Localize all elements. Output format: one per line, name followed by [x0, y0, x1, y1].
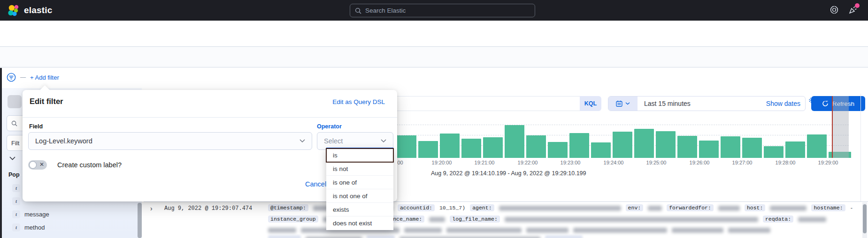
redacted-value: [718, 206, 740, 211]
histogram-bar[interactable]: [785, 141, 805, 158]
filter-icon[interactable]: [7, 73, 16, 82]
global-search-input[interactable]: Search Elastic: [350, 4, 535, 17]
chevron-down-icon[interactable]: [9, 156, 15, 160]
chevron-down-icon: [300, 139, 305, 143]
redacted-value: [728, 228, 770, 233]
custom-label-toggle[interactable]: ✕: [28, 160, 47, 170]
search-icon: [11, 120, 17, 126]
x-tick-label: 19:25:00: [646, 160, 667, 165]
histogram-bar[interactable]: [548, 142, 568, 158]
sidebar-button[interactable]: [8, 95, 22, 108]
custom-label-toggle-row: ✕ Create custom label?: [28, 160, 122, 170]
current-time-region: [833, 96, 849, 158]
histogram-bar[interactable]: [721, 136, 740, 158]
operator-option-is-one-of[interactable]: is one of: [326, 176, 393, 189]
operator-options-list: isis notis one ofis not one ofexistsdoes…: [326, 149, 393, 230]
redacted-value: [429, 217, 445, 222]
histogram-bar[interactable]: [461, 139, 481, 158]
operator-option-is[interactable]: is: [326, 149, 393, 162]
doc-field-name: instance_group: [268, 216, 318, 223]
doc-field-name: forwardedfor:: [667, 204, 714, 211]
doc-field-name: host:: [745, 204, 766, 211]
redacted-value: [798, 217, 826, 222]
x-tick-label: 19:23:00: [561, 160, 581, 165]
expand-row-icon[interactable]: ›: [150, 205, 153, 212]
gridline: [397, 125, 849, 125]
operator-option-is-not[interactable]: is not: [326, 162, 393, 176]
histogram-bar[interactable]: [569, 133, 589, 158]
logo-wordmark: elastic: [24, 5, 53, 15]
histogram-bar[interactable]: [656, 131, 676, 158]
field-select-value: Log-Level.keyword: [35, 137, 92, 145]
table-scrollbar-thumb[interactable]: [863, 204, 867, 233]
redacted-field: [268, 235, 301, 238]
filter-bar: — + Add filter: [7, 73, 59, 82]
doc-field-name: hostname:: [811, 204, 845, 211]
x-tick-label: 19:27:00: [732, 160, 753, 165]
field-type-icon: t: [12, 197, 20, 205]
popular-fields-heading: Pop: [8, 171, 20, 178]
redacted-value: [672, 228, 723, 233]
doc-field-name: agent:: [470, 204, 494, 211]
field-label: method: [24, 224, 45, 231]
histogram-bar[interactable]: [418, 141, 438, 158]
toggle-off-x-icon: ✕: [39, 161, 44, 168]
filter-dash: —: [20, 74, 26, 81]
notification-dot: [855, 3, 860, 8]
histogram-bar[interactable]: [677, 136, 697, 158]
doc-field-name: env:: [626, 204, 644, 211]
histogram-bar[interactable]: [397, 135, 416, 158]
redacted-value: [446, 228, 522, 233]
histogram-chart[interactable]: [397, 94, 849, 158]
popover-divider: [23, 117, 397, 118]
help-icon[interactable]: [830, 5, 839, 15]
histogram-bar[interactable]: [505, 125, 524, 158]
operator-option-is-not-one-of[interactable]: is not one of: [326, 189, 393, 203]
operator-label: Operator: [317, 123, 342, 130]
redacted-value: [404, 228, 442, 233]
add-filter-link[interactable]: + Add filter: [30, 74, 59, 81]
redacted-value: [770, 206, 807, 211]
news-icon[interactable]: [848, 5, 858, 15]
histogram-bar[interactable]: [591, 142, 611, 158]
redacted-value: [526, 228, 568, 233]
global-search-placeholder: Search Elastic: [365, 7, 406, 14]
popover-arrow: [40, 85, 50, 95]
doc-fields-line: [268, 235, 583, 238]
doc-field-name: @timestamp:: [268, 204, 308, 211]
histogram-bar[interactable]: [699, 141, 719, 158]
field-type-icon: t: [12, 210, 20, 218]
sidebar-field-method[interactable]: tmethod: [2, 221, 142, 233]
edit-as-query-dsl-link[interactable]: Edit as Query DSL: [332, 98, 385, 105]
field-select[interactable]: Log-Level.keyword: [28, 132, 312, 150]
histogram-bar[interactable]: [526, 135, 546, 158]
operator-option-does-not-exist[interactable]: does not exist: [326, 216, 393, 230]
doc-timestamp: Aug 9, 2022 @ 19:29:07.474: [164, 205, 252, 212]
chevron-down-icon: [381, 139, 386, 143]
histogram-bar[interactable]: [807, 134, 827, 158]
histogram-bar[interactable]: [613, 132, 632, 158]
field-type-icon: t: [12, 223, 20, 231]
toggle-knob: [29, 161, 37, 169]
discover-page: elastic Search Elastic: [0, 0, 868, 238]
x-tick-label: 19:21:00: [475, 160, 495, 165]
doc-field-name: log_file_name:: [450, 216, 500, 223]
elastic-logo[interactable]: elastic: [8, 4, 53, 16]
doc-field-value: -: [850, 204, 853, 211]
x-tick-label: 19:20:00: [432, 160, 452, 165]
histogram-bar[interactable]: [742, 138, 762, 158]
doc-field-value: 10_15_7): [439, 204, 465, 211]
cancel-button[interactable]: Cancel: [305, 180, 326, 188]
histogram-bar[interactable]: [634, 129, 654, 158]
histogram-bar[interactable]: [764, 146, 784, 158]
histogram-bar[interactable]: [483, 137, 503, 158]
elastic-logo-icon: [8, 4, 20, 16]
operator-option-exists[interactable]: exists: [326, 203, 393, 216]
x-tick-label: 19:28:00: [776, 160, 796, 165]
sidebar-field-message[interactable]: tmessage: [2, 208, 142, 220]
histogram-bar[interactable]: [440, 134, 460, 158]
redacted-value: [573, 228, 667, 233]
search-icon: [355, 7, 361, 14]
x-tick-label: 19:24:00: [604, 160, 624, 165]
sidebar-scrollbar[interactable]: [138, 203, 142, 238]
